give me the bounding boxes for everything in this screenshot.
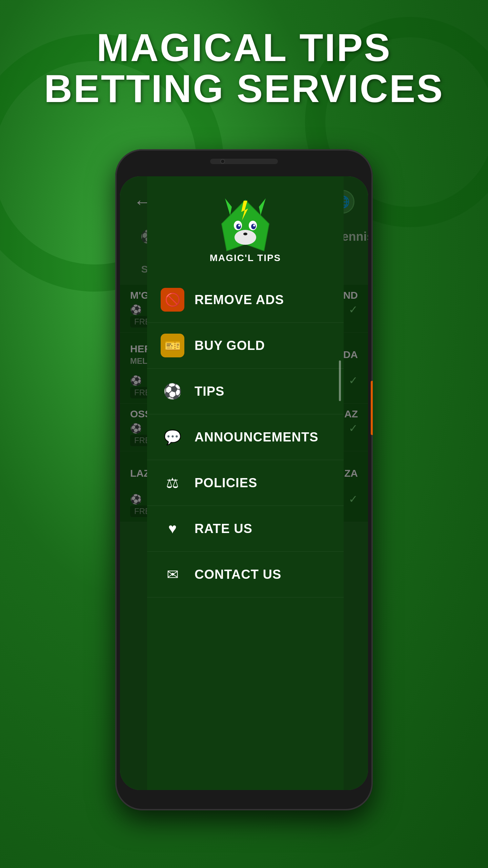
menu-logo-area: MAGIC'L TIPS [147, 176, 344, 277]
phone-frame: ← TIPS + 👤 🌐 ⚽ Foot [115, 149, 373, 810]
title-line1: MAGICAL TIPS [20, 27, 468, 68]
buy-gold-icon: 🎫 [161, 334, 184, 357]
svg-point-7 [251, 224, 256, 229]
phone-camera [210, 159, 278, 164]
menu-item-policies[interactable]: ⚖ POLICIES [147, 460, 344, 506]
tips-menu-icon: ⚽ [161, 379, 184, 403]
menu-item-buy-gold[interactable]: 🎫 BUY GOLD [147, 323, 344, 369]
logo-text: MAGIC'L TIPS [210, 253, 281, 263]
menu-item-announcements[interactable]: 💬 ANNOUNCEMENTS [147, 414, 344, 460]
camera-dot [220, 159, 225, 164]
tips-label: TIPS [195, 384, 224, 399]
menu-item-tips[interactable]: ⚽ TIPS [147, 369, 344, 414]
page-title-area: MAGICAL TIPS BETTING SERVICES [0, 27, 488, 109]
remove-ads-label: REMOVE ADS [195, 293, 284, 307]
title-line2: BETTING SERVICES [20, 68, 468, 109]
announcements-label: ANNOUNCEMENTS [195, 430, 319, 445]
rate-us-icon: ♥ [161, 517, 184, 540]
svg-point-8 [238, 224, 240, 226]
contact-us-label: CONTACT US [195, 567, 281, 582]
policies-label: POLICIES [195, 476, 257, 490]
policies-icon: ⚖ [161, 471, 184, 495]
announcements-icon: 💬 [161, 425, 184, 449]
side-menu: MAGIC'L TIPS 🚫 REMOVE ADS 🎫 BUY G [147, 176, 344, 790]
buy-gold-label: BUY GOLD [195, 338, 265, 353]
fox-logo-svg [211, 197, 279, 258]
svg-point-10 [243, 233, 247, 235]
app-logo: MAGIC'L TIPS [210, 197, 281, 263]
svg-marker-1 [225, 198, 232, 215]
rate-us-label: RATE US [195, 521, 252, 536]
svg-point-6 [236, 224, 241, 229]
scroll-bar-indicator [371, 381, 373, 435]
menu-item-rate-us[interactable]: ♥ RATE US [147, 506, 344, 552]
svg-point-3 [235, 230, 256, 245]
phone-screen: ← TIPS + 👤 🌐 ⚽ Foot [120, 176, 368, 790]
scroll-indicator [339, 360, 341, 401]
svg-point-9 [253, 224, 255, 226]
menu-item-contact-us[interactable]: ✉ CONTACT US [147, 552, 344, 597]
contact-us-icon: ✉ [161, 563, 184, 586]
remove-ads-icon: 🚫 [161, 288, 184, 312]
screen-content: ← TIPS + 👤 🌐 ⚽ Foot [120, 176, 368, 790]
menu-item-remove-ads[interactable]: 🚫 REMOVE ADS [147, 277, 344, 323]
svg-marker-2 [259, 198, 266, 215]
